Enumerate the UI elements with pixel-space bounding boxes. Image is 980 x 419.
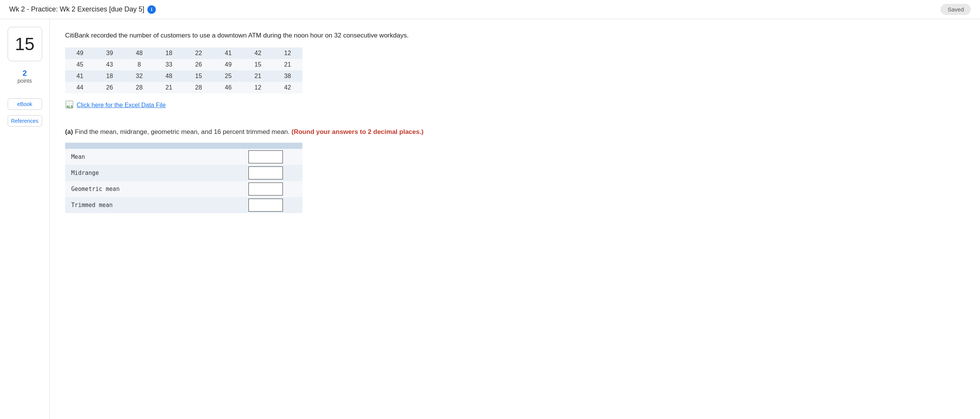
data-cell: 49 (214, 59, 243, 70)
data-cell: 41 (65, 70, 95, 82)
top-bar: Wk 2 - Practice: Wk 2 Exercises [due Day… (0, 0, 980, 19)
data-cell: 8 (124, 59, 154, 70)
excel-link[interactable]: XLS Click here for the Excel Data File (65, 100, 166, 110)
data-cell: 21 (273, 59, 303, 70)
data-cell: 28 (184, 82, 214, 93)
top-bar-title-area: Wk 2 - Practice: Wk 2 Exercises [due Day… (9, 5, 156, 14)
answer-row: Trimmed mean (65, 197, 302, 213)
data-cell: 44 (65, 82, 95, 93)
answer-row: Geometric mean (65, 181, 302, 197)
data-cell: 18 (154, 47, 184, 59)
data-table: 4939481822414212454383326491521411832481… (65, 47, 302, 93)
data-cell: 42 (273, 82, 303, 93)
data-cell: 38 (273, 70, 303, 82)
answer-input-geometric-mean[interactable] (248, 183, 283, 196)
answer-row-label: Midrange (65, 165, 245, 181)
question-text: CitiBank recorded the number of customer… (65, 31, 494, 41)
data-cell: 49 (65, 47, 95, 59)
data-cell: 32 (124, 70, 154, 82)
content-area: CitiBank recorded the number of customer… (50, 19, 509, 419)
answer-row-label: Trimmed mean (65, 197, 245, 213)
data-cell: 25 (214, 70, 243, 82)
data-cell: 48 (154, 70, 184, 82)
data-cell: 33 (154, 59, 184, 70)
points-text: points (18, 78, 32, 84)
answer-table-header-label (65, 143, 245, 149)
answer-row-input-cell[interactable] (245, 165, 302, 181)
answer-row-input-cell[interactable] (245, 149, 302, 165)
data-cell: 15 (184, 70, 214, 82)
answer-input-mean[interactable] (248, 150, 283, 163)
data-cell: 48 (124, 47, 154, 59)
data-cell: 43 (95, 59, 125, 70)
data-cell: 22 (184, 47, 214, 59)
part-a-text-content: Find the mean, midrange, geometric mean,… (75, 128, 290, 135)
question-number-box: 15 (8, 27, 42, 61)
sidebar: 15 2 points eBook References (0, 19, 50, 419)
data-cell: 28 (124, 82, 154, 93)
data-cell: 39 (95, 47, 125, 59)
data-cell: 12 (273, 47, 303, 59)
answer-input-trimmed-mean[interactable] (248, 199, 283, 212)
data-cell: 21 (243, 70, 273, 82)
answer-row-input-cell[interactable] (245, 181, 302, 197)
data-cell: 26 (184, 59, 214, 70)
svg-text:XLS: XLS (66, 105, 73, 109)
part-a-label: (a) Find the mean, midrange, geometric m… (65, 127, 494, 137)
data-cell: 18 (95, 70, 125, 82)
info-icon[interactable]: i (147, 5, 156, 14)
assignment-title: Wk 2 - Practice: Wk 2 Exercises [due Day… (9, 5, 144, 13)
main-layout: 15 2 points eBook References CitiBank re… (0, 19, 980, 419)
data-cell: 41 (214, 47, 243, 59)
answer-row-label: Geometric mean (65, 181, 245, 197)
round-notice-text: (Round your answers to 2 decimal places.… (292, 128, 424, 135)
data-cell: 26 (95, 82, 125, 93)
answer-row-input-cell[interactable] (245, 197, 302, 213)
question-number: 15 (15, 34, 34, 54)
data-cell: 21 (154, 82, 184, 93)
answer-table: MeanMidrangeGeometric meanTrimmed mean (65, 143, 302, 213)
answer-row: Midrange (65, 165, 302, 181)
answer-row: Mean (65, 149, 302, 165)
data-cell: 46 (214, 82, 243, 93)
points-label: 2 points (18, 69, 32, 84)
saved-badge: Saved (941, 4, 971, 15)
part-a-prefix: (a) (65, 128, 73, 135)
references-button[interactable]: References (8, 115, 42, 127)
excel-icon: XLS (65, 100, 74, 110)
answer-input-midrange[interactable] (248, 166, 283, 179)
excel-link-text: Click here for the Excel Data File (77, 102, 166, 109)
excel-link-area: XLS Click here for the Excel Data File (65, 100, 494, 119)
ebook-button[interactable]: eBook (8, 98, 42, 110)
answer-row-label: Mean (65, 149, 245, 165)
data-cell: 45 (65, 59, 95, 70)
answer-table-header (65, 143, 302, 149)
points-num: 2 (18, 69, 32, 78)
data-cell: 12 (243, 82, 273, 93)
data-cell: 15 (243, 59, 273, 70)
answer-table-header-value (245, 143, 302, 149)
data-cell: 42 (243, 47, 273, 59)
